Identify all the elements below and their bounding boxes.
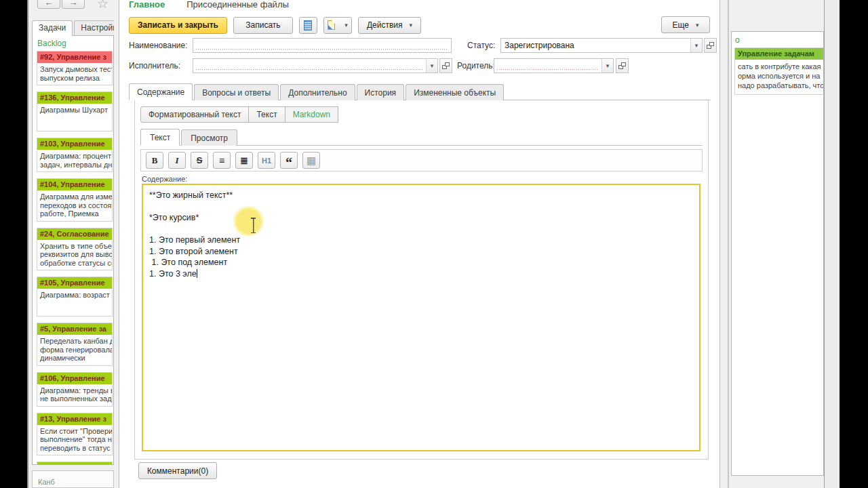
format-label: Форматированный текст [149, 110, 241, 119]
status-dropdown-button[interactable]: ▾ [690, 38, 703, 53]
backlog-list[interactable]: Backlog #92, Управление з Запуск дымовых… [32, 35, 114, 465]
kanban-bottom-label: Канб [38, 478, 55, 486]
dialog-window-tab[interactable]: Присоединенные файлы [186, 0, 289, 9]
content-tab[interactable]: История [357, 84, 405, 100]
content-tab[interactable]: Дополнительно [280, 84, 355, 100]
window-edge-divider [728, 0, 729, 488]
comments-button[interactable]: Комментарии(0) [138, 462, 217, 479]
text-caret [197, 269, 197, 278]
format-switch-button[interactable]: Форматированный текст [140, 106, 249, 123]
kanban-card[interactable]: #24, Согласование Хранить в типе объек р… [37, 228, 113, 271]
forward-arrow-icon: → [69, 0, 78, 7]
kanban-card-header: #104, Управление [37, 179, 112, 190]
dialog-window-tab[interactable]: Главное [129, 0, 165, 9]
create-based-on-button[interactable]: ▾ [323, 17, 352, 34]
open-form-icon [442, 62, 450, 69]
report-button[interactable] [299, 17, 317, 34]
tab-label: Текст [150, 133, 170, 142]
field-row-1: Наименование: Статус: Зарегистрирована ▾ [119, 38, 721, 53]
kanban-card[interactable]: #104, Управление Диаграмма для измер пер… [37, 178, 113, 222]
parent-dropdown-button[interactable]: ▾ [601, 58, 614, 73]
save-button[interactable]: Записать [233, 17, 293, 34]
kanban-card-header: #13, Управление з [37, 413, 112, 425]
kanban-card[interactable]: #105, Управление Диаграмма: возраст з [37, 277, 113, 317]
tab-label: Вопросы и ответы [202, 88, 271, 98]
kanban-card-body: Диаграмма: возраст з [37, 289, 112, 316]
heading1-icon[interactable]: H1 [258, 152, 275, 169]
nav-forward-button[interactable]: → [62, 0, 85, 9]
actions-button[interactable]: Действия ▾ [358, 17, 421, 34]
content-tabbar: Содержание Вопросы и ответы Дополнительн… [129, 83, 710, 100]
kanban-card[interactable]: #103, Управление Диаграмма: процент в за… [37, 138, 113, 172]
kanban-card-body: Если стоит "Проверит выполнение" тогда н… [37, 425, 112, 455]
kanban-card-body: Диаграммы Шухарт [37, 104, 112, 131]
kanban-card-body: Диаграмма: процент в задач, интервалы дн… [37, 150, 112, 171]
nav-back-button[interactable]: ← [37, 0, 60, 9]
favorite-star-icon[interactable]: ☆ [97, 0, 108, 12]
kanban-card[interactable]: #92, Управление з Запуск дымовых тесто в… [37, 51, 113, 85]
kanban-card-header: #28, Управление з [37, 462, 112, 465]
italic-icon[interactable]: I [168, 152, 186, 169]
table-icon[interactable]: ▦ [302, 152, 320, 169]
quote-icon[interactable]: “ [280, 152, 298, 169]
more-button[interactable]: Еще ▾ [661, 16, 710, 33]
status-input[interactable]: Зарегистрирована [500, 38, 691, 53]
left-panel-tabs: Задачи Настройки [32, 20, 114, 36]
executor-dropdown-button[interactable]: ▾ [426, 58, 438, 73]
kanban-card[interactable]: Управление задачам сать в контрибуте как… [734, 47, 824, 95]
tab-label: Задачи [39, 23, 66, 33]
tab-label: Главное [129, 0, 165, 9]
dialog-window-tabs: Главное Присоединенные файлы [129, 0, 289, 9]
kanban-card[interactable]: #5, Управление за Переделать канбан до ф… [37, 323, 113, 366]
toolbar-glyph: ≣ [240, 155, 248, 166]
format-switch-button[interactable]: Текст [248, 106, 285, 123]
numbered-list-icon[interactable]: ≣ [235, 152, 253, 169]
kanban-card[interactable]: #106, Управление Диаграмма: тренды в не … [37, 372, 113, 407]
parent-input[interactable] [494, 58, 602, 73]
task-dialog: Главное Присоединенные файлы Записать и … [119, 0, 720, 488]
format-switch-button[interactable]: Markdown [285, 106, 338, 123]
content-tab[interactable]: Измененные объекты [406, 84, 504, 100]
strikethrough-icon[interactable]: S [191, 152, 208, 169]
toolbar-glyph: H1 [262, 157, 271, 165]
bullet-list-icon[interactable]: ≡ [213, 152, 231, 169]
view-tab[interactable]: Текст [140, 129, 180, 146]
tab-label: История [365, 88, 397, 98]
tab-label: Дополнительно [288, 88, 347, 98]
kanban-card[interactable]: #136, Управление Диаграммы Шухарт [37, 92, 113, 131]
toolbar-glyph: S [197, 155, 203, 165]
executor-open-button[interactable] [439, 58, 452, 73]
name-input[interactable] [193, 38, 452, 53]
mouse-highlight [233, 205, 264, 237]
actions-label: Действия [367, 20, 403, 30]
kanban-card-header: #106, Управление [37, 373, 112, 384]
toolbar-glyph: ≡ [219, 155, 224, 166]
save-and-close-button[interactable]: Записать и закрыть [129, 17, 227, 34]
executor-input[interactable] [193, 58, 427, 73]
tab-label: Присоединенные файлы [186, 0, 289, 9]
field-row-2: Исполнитель: ▾ Родитель: ▾ [119, 58, 721, 73]
status-open-button[interactable] [704, 38, 717, 53]
parent-open-button[interactable] [616, 58, 629, 73]
kanban-card[interactable]: #13, Управление з Если стоит "Проверит в… [37, 413, 113, 456]
board-column-label: Backlog [37, 39, 113, 48]
kanban-card-body: сать в контрибуте какая орма используетс… [735, 60, 824, 94]
tab-label: Просмотр [191, 134, 228, 143]
format-label: Текст [256, 110, 277, 119]
kanban-card-body: Запуск дымовых тесто выпуском релиза [37, 63, 112, 85]
view-tab[interactable]: Просмотр [181, 129, 237, 146]
executor-label: Исполнитель: [129, 61, 180, 70]
right-window-strip [824, 0, 840, 488]
editor-text: **Это жирный текст** *Это курсив* 1. Это… [149, 190, 240, 279]
left-panel-tab[interactable]: Задачи [32, 20, 73, 36]
content-tab[interactable]: Вопросы и ответы [194, 84, 279, 100]
right-board-label: o [735, 35, 823, 45]
back-arrow-icon: ← [45, 0, 54, 7]
left-panel-tab[interactable]: Настройки [74, 20, 114, 36]
tab-label: Содержание [137, 87, 184, 97]
markdown-editor[interactable]: **Это жирный текст** *Это курсив* 1. Это… [142, 184, 701, 451]
kanban-card[interactable]: #28, Управление з Следить за появление з… [37, 462, 113, 465]
bold-icon[interactable]: B [146, 152, 163, 169]
content-tab[interactable]: Содержание [129, 83, 193, 100]
file-icon [328, 20, 335, 30]
